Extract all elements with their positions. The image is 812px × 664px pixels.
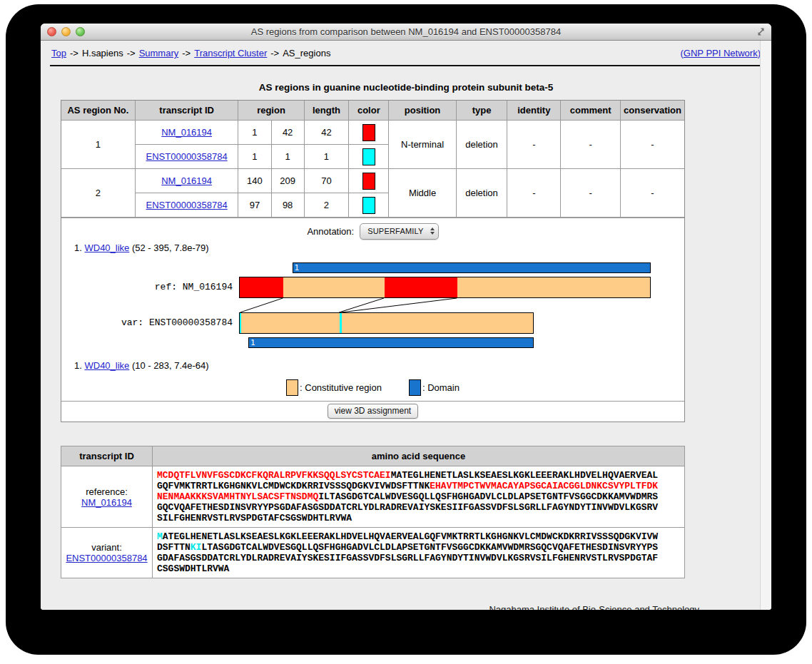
color-swatch-cyan xyxy=(362,197,375,214)
note-index: 1. xyxy=(74,360,82,371)
window-titlebar: AS regions from comparison between NM_01… xyxy=(41,24,771,41)
page-title: AS regions in guanine nucleotide-binding… xyxy=(41,82,771,93)
variant-transcript-link[interactable]: ENST00000358784 xyxy=(66,553,147,563)
as-region-no: 2 xyxy=(61,169,135,218)
legend-label: : Constitutive region xyxy=(300,382,382,393)
variant-kind-label: variant: xyxy=(63,542,151,553)
button-row: view 3D assignment xyxy=(61,401,684,422)
col-type: type xyxy=(456,101,507,121)
breadcrumb-separator: -> xyxy=(270,48,279,58)
region-length: 2 xyxy=(304,193,349,218)
as-regions-panel: AS region No. transcript ID region lengt… xyxy=(61,100,685,422)
zoom-button[interactable] xyxy=(76,27,85,36)
reference-kind-label: reference: xyxy=(63,486,151,497)
type-value: deletion xyxy=(456,169,507,218)
gnp-ppi-network-link[interactable]: GNP PPI Network xyxy=(684,48,758,58)
close-button[interactable] xyxy=(47,27,56,36)
annotation-selected-value: SUPERFAMILY xyxy=(367,227,423,235)
col-transcript-id: transcript ID xyxy=(135,101,238,121)
conservation-value: - xyxy=(621,169,684,218)
sequence-panel: transcript ID amino acid sequence refere… xyxy=(61,446,685,578)
var-protein-bar xyxy=(239,312,534,334)
legend-item-constitutive: : Constitutive region xyxy=(286,379,382,396)
reference-sequence: MCDQTFLVNVFGSCDKCFKQRALRPVFKKSQQLSYCSTCA… xyxy=(157,470,661,523)
transcript-link-nm016194[interactable]: NM_016194 xyxy=(161,175,212,186)
annotation-select[interactable]: SUPERFAMILY xyxy=(360,223,438,240)
breadcrumb-link-top[interactable]: Top xyxy=(51,48,66,58)
breadcrumb-link-transcript-cluster[interactable]: Transcript Cluster xyxy=(194,48,267,58)
table-row: variant: ENST00000358784 MATEGLHENETLASL… xyxy=(61,528,685,578)
resize-icon[interactable] xyxy=(756,26,766,37)
table-row: 2 NM_016194 140 209 70 Middle deletion -… xyxy=(61,169,684,193)
annotation-row: Annotation: SUPERFAMILY xyxy=(61,223,684,240)
var-domain-note: 1. WD40_like (10 - 283, 7.4e-64) xyxy=(74,360,684,372)
variant-id-cell: variant: ENST00000358784 xyxy=(61,528,153,578)
note-index: 1. xyxy=(74,242,82,253)
breadcrumb-item-as-regions: AS_regions xyxy=(283,48,330,58)
note-detail: (10 - 283, 7.4e-64) xyxy=(132,360,209,371)
color-swatch-red xyxy=(362,173,375,190)
transcript-link-enst00000358784[interactable]: ENST00000358784 xyxy=(146,200,228,210)
domain-swatch xyxy=(409,379,421,396)
region-length: 42 xyxy=(304,121,349,145)
table-header-row: AS region No. transcript ID region lengt… xyxy=(61,101,684,121)
as-region-diagram: 1 ref: NM_016194 var: ENST00000358784 1 xyxy=(61,262,684,348)
transcript-link-nm016194[interactable]: NM_016194 xyxy=(161,127,212,138)
col-as-region-no: AS region No. xyxy=(61,101,135,121)
region-start: 1 xyxy=(238,121,271,145)
view-3d-assignment-button[interactable]: view 3D assignment xyxy=(328,404,418,419)
type-value: deletion xyxy=(456,121,507,169)
breadcrumb-item-species: H.sapiens xyxy=(82,48,123,58)
footer-text: Nagahama Institute of Bio-Science and Te… xyxy=(41,604,699,610)
table-header-row: transcript ID amino acid sequence xyxy=(61,446,685,466)
color-swatch-cyan xyxy=(362,148,375,165)
browser-window: AS regions from comparison between NM_01… xyxy=(41,24,771,610)
region-length: 1 xyxy=(304,145,349,169)
col-color: color xyxy=(349,101,389,121)
var-domain-bar: 1 xyxy=(248,337,534,348)
transcript-link-enst00000358784[interactable]: ENST00000358784 xyxy=(146,151,228,162)
gnp-ppi-network: (GNP PPI Network) xyxy=(681,48,761,58)
reference-transcript-link[interactable]: NM_016194 xyxy=(81,497,132,508)
wd40-like-link[interactable]: WD40_like xyxy=(84,360,129,371)
col-comment: comment xyxy=(561,101,621,121)
window-title: AS regions from comparison between NM_01… xyxy=(41,26,771,37)
breadcrumb-separator: -> xyxy=(70,48,78,58)
table-row: reference: NM_016194 MCDQTFLVNVFGSCDKCFK… xyxy=(61,466,685,528)
col-region: region xyxy=(238,101,304,121)
table-row: 1 NM_016194 1 42 42 N-terminal deletion … xyxy=(61,121,684,145)
as-regions-table: AS region No. transcript ID region lengt… xyxy=(61,101,684,218)
ref-domain-bar: 1 xyxy=(293,262,651,273)
col-position: position xyxy=(389,101,456,121)
col-amino-acid-sequence: amino acid sequence xyxy=(153,446,685,466)
page-content: Top->H.sapiens->Summary->Transcript Clus… xyxy=(41,41,771,610)
comment-value: - xyxy=(561,121,621,169)
annotation-label: Annotation: xyxy=(307,226,354,237)
reference-id-cell: reference: NM_016194 xyxy=(61,466,153,528)
alignment-connector-lines xyxy=(239,298,651,312)
breadcrumb: Top->H.sapiens->Summary->Transcript Clus… xyxy=(51,48,330,58)
diagram-section: Annotation: SUPERFAMILY 1. WD40_like (52… xyxy=(61,218,684,401)
color-swatch-red xyxy=(362,124,375,141)
ref-domain-note: 1. WD40_like (52 - 395, 7.8e-79) xyxy=(74,242,684,255)
breadcrumb-link-summary[interactable]: Summary xyxy=(139,48,179,58)
breadcrumb-separator: -> xyxy=(182,48,191,58)
col-length: length xyxy=(304,101,349,121)
region-length: 70 xyxy=(304,169,349,193)
variant-sequence: MATEGLHENETLASLKSEAESLKGKLEEERAKLHDVELHQ… xyxy=(157,531,661,574)
legend-label: : Domain xyxy=(422,382,460,393)
minimize-button[interactable] xyxy=(61,27,71,36)
wd40-like-link[interactable]: WD40_like xyxy=(84,242,129,253)
legend-item-domain: : Domain xyxy=(409,379,460,396)
conservation-value: - xyxy=(621,121,684,169)
domain-label: 1 xyxy=(250,338,255,347)
as-region-no: 1 xyxy=(61,121,135,169)
constitutive-swatch xyxy=(286,379,298,396)
breadcrumb-bar: Top->H.sapiens->Summary->Transcript Clus… xyxy=(50,41,762,66)
screenshot-stage: AS regions from comparison between NM_01… xyxy=(0,0,812,664)
region-start: 1 xyxy=(238,145,271,169)
scrollbar-track[interactable] xyxy=(760,41,771,610)
position-value: Middle xyxy=(389,169,456,218)
col-identity: identity xyxy=(507,101,561,121)
region-start: 97 xyxy=(238,193,271,218)
